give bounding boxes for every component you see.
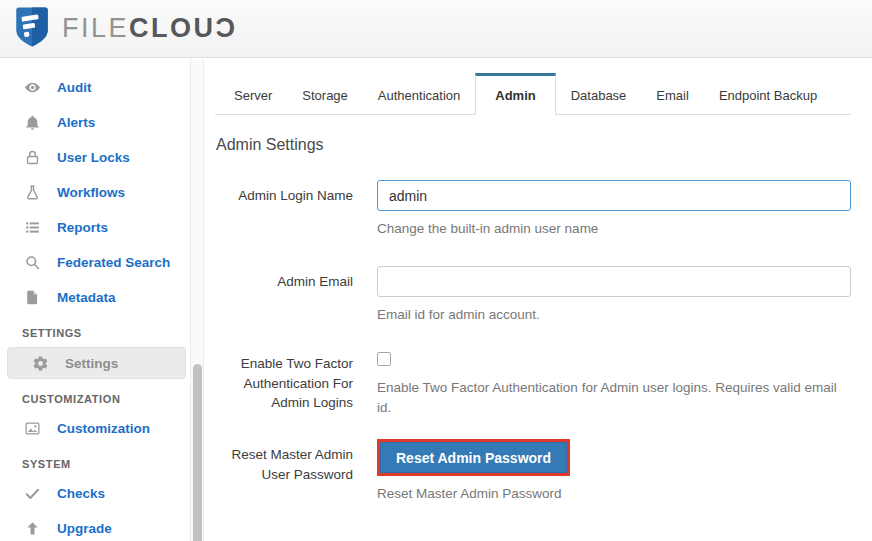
sidebar-item-reports[interactable]: Reports [0, 210, 188, 245]
sidebar-item-alerts[interactable]: Alerts [0, 105, 188, 140]
fileCloud-wordmark: FILECLOUƆ [62, 13, 238, 44]
annotation-highlight-box: Reset Admin Password [377, 439, 570, 476]
sidebar-item-label: Federated Search [57, 255, 170, 270]
sidebar-item-label: Checks [57, 486, 105, 501]
sidebar-section-customization: CUSTOMIZATION [0, 381, 188, 411]
lock-icon [24, 149, 41, 166]
sidebar-item-audit[interactable]: Audit [0, 70, 188, 105]
main-content: Server Storage Authentication Admin Data… [204, 59, 872, 541]
admin-email-helper: Email id for admin account. [377, 305, 851, 325]
reset-password-helper: Reset Master Admin Password [377, 484, 851, 504]
sidebar-section-system: SYSTEM [0, 446, 188, 476]
sidebar-item-upgrade[interactable]: Upgrade [0, 511, 188, 541]
gear-icon [32, 355, 49, 372]
admin-email-input[interactable] [377, 266, 851, 297]
sidebar-item-label: Settings [65, 356, 118, 371]
sidebar-scrollbar-track[interactable] [190, 59, 204, 541]
sidebar-item-federated-search[interactable]: Federated Search [0, 245, 188, 280]
page-title: Admin Settings [216, 136, 851, 154]
sidebar-item-label: Alerts [57, 115, 95, 130]
tab-admin[interactable]: Admin [475, 73, 555, 115]
fileCloud-shield-icon [13, 6, 51, 52]
sidebar-item-checks[interactable]: Checks [0, 476, 188, 511]
tab-email[interactable]: Email [641, 77, 704, 114]
sidebar-nav: Audit Alerts User Locks Workflows Report [0, 59, 188, 541]
form-row-admin-email: Admin Email Email id for admin account. [215, 266, 851, 325]
sidebar-item-label: Metadata [57, 290, 116, 305]
list-icon [24, 219, 41, 236]
reset-admin-password-button[interactable]: Reset Admin Password [380, 442, 567, 473]
bell-icon [24, 114, 41, 131]
settings-tab-bar: Server Storage Authentication Admin Data… [215, 73, 851, 115]
sidebar-scrollbar-thumb[interactable] [193, 364, 202, 541]
admin-settings-form: Admin Login Name Change the built-in adm… [215, 180, 851, 504]
sidebar-section-settings: SETTINGS [0, 315, 188, 345]
arrow-up-icon [24, 520, 41, 537]
tab-database[interactable]: Database [556, 77, 642, 114]
tab-authentication[interactable]: Authentication [363, 77, 475, 114]
admin-login-name-helper: Change the built-in admin user name [377, 219, 851, 239]
top-header: FILECLOUƆ [0, 0, 872, 58]
reset-password-label: Reset Master Admin User Password [215, 439, 377, 504]
form-row-admin-login-name: Admin Login Name Change the built-in adm… [215, 180, 851, 239]
sidebar-item-label: Customization [57, 421, 150, 436]
fileCloud-admin-portal: FILECLOUƆ Audit Alerts User Locks [0, 0, 872, 541]
sidebar-item-label: Audit [57, 80, 92, 95]
sidebar-item-label: Workflows [57, 185, 125, 200]
check-icon [24, 485, 41, 502]
document-icon [24, 289, 41, 306]
form-row-two-factor: Enable Two Factor Authentication For Adm… [215, 348, 851, 417]
admin-email-label: Admin Email [215, 266, 377, 325]
sidebar-item-metadata[interactable]: Metadata [0, 280, 188, 315]
sidebar-item-label: User Locks [57, 150, 130, 165]
sidebar-item-settings[interactable]: Settings [7, 347, 186, 379]
tab-storage[interactable]: Storage [287, 77, 363, 114]
sidebar-item-label: Reports [57, 220, 108, 235]
two-factor-checkbox[interactable] [377, 352, 391, 366]
sidebar-item-customization[interactable]: Customization [0, 411, 188, 446]
search-icon [24, 254, 41, 271]
sidebar-item-user-locks[interactable]: User Locks [0, 140, 188, 175]
image-icon [24, 420, 41, 437]
fileCloud-logo: FILECLOUƆ [13, 6, 238, 52]
sidebar-item-label: Upgrade [57, 521, 112, 536]
wordmark-cloud: CLOUƆ [129, 13, 238, 43]
admin-login-name-label: Admin Login Name [215, 180, 377, 239]
two-factor-helper: Enable Two Factor Authentication for Adm… [377, 378, 851, 417]
eye-icon [24, 79, 41, 96]
form-row-reset-password: Reset Master Admin User Password Reset A… [215, 439, 851, 504]
sidebar-item-workflows[interactable]: Workflows [0, 175, 188, 210]
admin-login-name-input[interactable] [377, 180, 851, 211]
tab-endpoint-backup[interactable]: Endpoint Backup [704, 77, 832, 114]
wordmark-file: FILE [62, 13, 129, 43]
flask-icon [24, 184, 41, 201]
tab-server[interactable]: Server [219, 77, 287, 114]
two-factor-label: Enable Two Factor Authentication For Adm… [215, 348, 377, 417]
